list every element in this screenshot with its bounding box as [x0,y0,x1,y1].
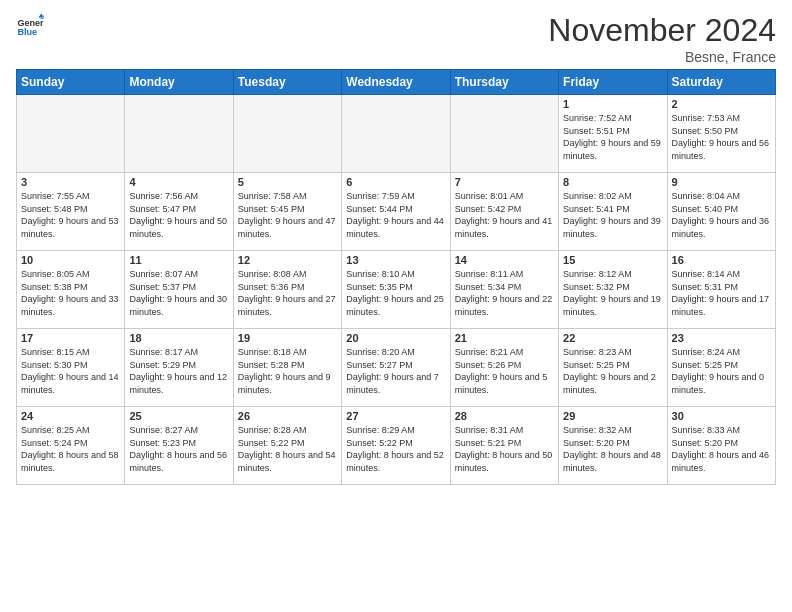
day-info: Sunrise: 7:52 AM Sunset: 5:51 PM Dayligh… [563,112,662,162]
calendar-cell: 13Sunrise: 8:10 AM Sunset: 5:35 PM Dayli… [342,251,450,329]
calendar-week-1: 1Sunrise: 7:52 AM Sunset: 5:51 PM Daylig… [17,95,776,173]
calendar-cell: 23Sunrise: 8:24 AM Sunset: 5:25 PM Dayli… [667,329,775,407]
day-number: 16 [672,254,771,266]
month-title: November 2024 [548,12,776,49]
day-info: Sunrise: 8:28 AM Sunset: 5:22 PM Dayligh… [238,424,337,474]
col-tuesday: Tuesday [233,70,341,95]
day-number: 4 [129,176,228,188]
calendar-week-4: 17Sunrise: 8:15 AM Sunset: 5:30 PM Dayli… [17,329,776,407]
day-info: Sunrise: 8:23 AM Sunset: 5:25 PM Dayligh… [563,346,662,396]
day-number: 21 [455,332,554,344]
logo-icon: General Blue [16,12,44,40]
day-number: 28 [455,410,554,422]
day-info: Sunrise: 8:20 AM Sunset: 5:27 PM Dayligh… [346,346,445,396]
calendar-cell: 28Sunrise: 8:31 AM Sunset: 5:21 PM Dayli… [450,407,558,485]
day-info: Sunrise: 8:33 AM Sunset: 5:20 PM Dayligh… [672,424,771,474]
day-number: 9 [672,176,771,188]
calendar-week-2: 3Sunrise: 7:55 AM Sunset: 5:48 PM Daylig… [17,173,776,251]
calendar-cell: 4Sunrise: 7:56 AM Sunset: 5:47 PM Daylig… [125,173,233,251]
calendar-cell: 7Sunrise: 8:01 AM Sunset: 5:42 PM Daylig… [450,173,558,251]
day-number: 20 [346,332,445,344]
day-info: Sunrise: 8:25 AM Sunset: 5:24 PM Dayligh… [21,424,120,474]
day-info: Sunrise: 8:12 AM Sunset: 5:32 PM Dayligh… [563,268,662,318]
day-number: 7 [455,176,554,188]
col-thursday: Thursday [450,70,558,95]
day-info: Sunrise: 8:24 AM Sunset: 5:25 PM Dayligh… [672,346,771,396]
calendar-cell: 30Sunrise: 8:33 AM Sunset: 5:20 PM Dayli… [667,407,775,485]
day-info: Sunrise: 8:07 AM Sunset: 5:37 PM Dayligh… [129,268,228,318]
logo: General Blue [16,12,44,40]
day-number: 5 [238,176,337,188]
calendar-cell: 27Sunrise: 8:29 AM Sunset: 5:22 PM Dayli… [342,407,450,485]
day-info: Sunrise: 7:58 AM Sunset: 5:45 PM Dayligh… [238,190,337,240]
calendar-cell: 6Sunrise: 7:59 AM Sunset: 5:44 PM Daylig… [342,173,450,251]
day-info: Sunrise: 8:21 AM Sunset: 5:26 PM Dayligh… [455,346,554,396]
day-info: Sunrise: 8:08 AM Sunset: 5:36 PM Dayligh… [238,268,337,318]
col-wednesday: Wednesday [342,70,450,95]
calendar-header-row: Sunday Monday Tuesday Wednesday Thursday… [17,70,776,95]
day-number: 25 [129,410,228,422]
calendar-cell [125,95,233,173]
calendar-cell: 21Sunrise: 8:21 AM Sunset: 5:26 PM Dayli… [450,329,558,407]
calendar-cell: 25Sunrise: 8:27 AM Sunset: 5:23 PM Dayli… [125,407,233,485]
calendar-cell: 16Sunrise: 8:14 AM Sunset: 5:31 PM Dayli… [667,251,775,329]
day-info: Sunrise: 8:31 AM Sunset: 5:21 PM Dayligh… [455,424,554,474]
day-number: 27 [346,410,445,422]
day-number: 19 [238,332,337,344]
calendar-cell: 14Sunrise: 8:11 AM Sunset: 5:34 PM Dayli… [450,251,558,329]
day-number: 29 [563,410,662,422]
calendar-cell: 8Sunrise: 8:02 AM Sunset: 5:41 PM Daylig… [559,173,667,251]
calendar-cell: 12Sunrise: 8:08 AM Sunset: 5:36 PM Dayli… [233,251,341,329]
calendar-cell [342,95,450,173]
calendar-cell: 3Sunrise: 7:55 AM Sunset: 5:48 PM Daylig… [17,173,125,251]
day-number: 2 [672,98,771,110]
col-sunday: Sunday [17,70,125,95]
day-number: 12 [238,254,337,266]
day-number: 30 [672,410,771,422]
calendar-cell: 22Sunrise: 8:23 AM Sunset: 5:25 PM Dayli… [559,329,667,407]
calendar-table: Sunday Monday Tuesday Wednesday Thursday… [16,69,776,485]
calendar-cell: 20Sunrise: 8:20 AM Sunset: 5:27 PM Dayli… [342,329,450,407]
day-info: Sunrise: 8:04 AM Sunset: 5:40 PM Dayligh… [672,190,771,240]
day-number: 14 [455,254,554,266]
day-info: Sunrise: 8:01 AM Sunset: 5:42 PM Dayligh… [455,190,554,240]
day-info: Sunrise: 8:10 AM Sunset: 5:35 PM Dayligh… [346,268,445,318]
col-friday: Friday [559,70,667,95]
title-block: November 2024 Besne, France [548,12,776,65]
svg-text:Blue: Blue [17,27,37,37]
day-number: 23 [672,332,771,344]
calendar-cell: 9Sunrise: 8:04 AM Sunset: 5:40 PM Daylig… [667,173,775,251]
calendar-week-5: 24Sunrise: 8:25 AM Sunset: 5:24 PM Dayli… [17,407,776,485]
day-number: 22 [563,332,662,344]
day-number: 6 [346,176,445,188]
calendar-cell [450,95,558,173]
col-monday: Monday [125,70,233,95]
calendar-week-3: 10Sunrise: 8:05 AM Sunset: 5:38 PM Dayli… [17,251,776,329]
calendar-cell: 24Sunrise: 8:25 AM Sunset: 5:24 PM Dayli… [17,407,125,485]
day-number: 1 [563,98,662,110]
page-container: General Blue November 2024 Besne, France… [0,0,792,493]
calendar-cell: 1Sunrise: 7:52 AM Sunset: 5:51 PM Daylig… [559,95,667,173]
day-info: Sunrise: 8:27 AM Sunset: 5:23 PM Dayligh… [129,424,228,474]
calendar-cell: 10Sunrise: 8:05 AM Sunset: 5:38 PM Dayli… [17,251,125,329]
location: Besne, France [548,49,776,65]
day-number: 10 [21,254,120,266]
day-number: 11 [129,254,228,266]
calendar-cell [17,95,125,173]
day-info: Sunrise: 7:59 AM Sunset: 5:44 PM Dayligh… [346,190,445,240]
calendar-cell: 19Sunrise: 8:18 AM Sunset: 5:28 PM Dayli… [233,329,341,407]
calendar-cell: 2Sunrise: 7:53 AM Sunset: 5:50 PM Daylig… [667,95,775,173]
day-info: Sunrise: 7:56 AM Sunset: 5:47 PM Dayligh… [129,190,228,240]
day-info: Sunrise: 8:02 AM Sunset: 5:41 PM Dayligh… [563,190,662,240]
day-number: 13 [346,254,445,266]
day-info: Sunrise: 7:53 AM Sunset: 5:50 PM Dayligh… [672,112,771,162]
day-info: Sunrise: 7:55 AM Sunset: 5:48 PM Dayligh… [21,190,120,240]
day-info: Sunrise: 8:15 AM Sunset: 5:30 PM Dayligh… [21,346,120,396]
calendar-cell: 11Sunrise: 8:07 AM Sunset: 5:37 PM Dayli… [125,251,233,329]
day-number: 3 [21,176,120,188]
day-number: 15 [563,254,662,266]
day-info: Sunrise: 8:18 AM Sunset: 5:28 PM Dayligh… [238,346,337,396]
calendar-cell: 5Sunrise: 7:58 AM Sunset: 5:45 PM Daylig… [233,173,341,251]
calendar-cell [233,95,341,173]
col-saturday: Saturday [667,70,775,95]
